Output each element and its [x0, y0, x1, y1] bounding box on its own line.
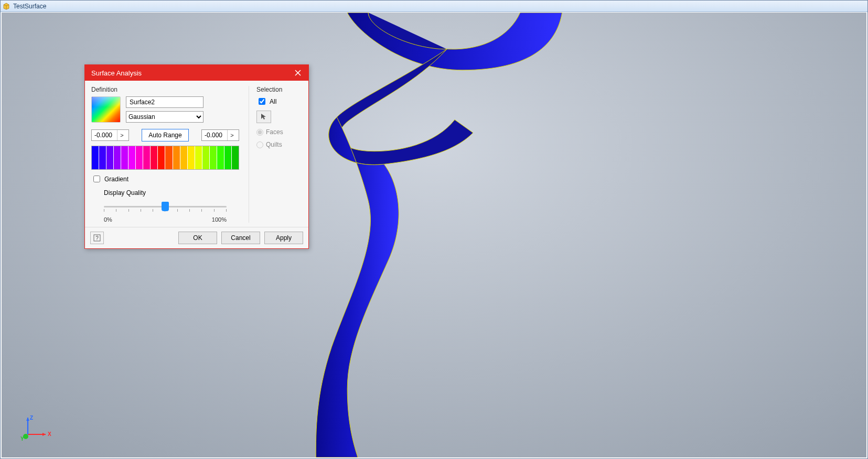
- faces-radio[interactable]: [256, 129, 263, 136]
- analysis-preview-thumb: [91, 96, 121, 123]
- quilts-label: Quilts: [266, 141, 282, 148]
- close-icon: [295, 70, 301, 76]
- color-swatch[interactable]: [210, 146, 217, 169]
- range-min-input[interactable]: [92, 131, 117, 139]
- cancel-button[interactable]: Cancel: [221, 232, 260, 244]
- slider-thumb[interactable]: [162, 202, 169, 211]
- analysis-type-select[interactable]: Gaussian: [126, 111, 203, 123]
- definition-heading: Definition: [91, 86, 239, 93]
- svg-marker-5: [26, 418, 29, 421]
- color-swatch[interactable]: [173, 146, 180, 169]
- help-button[interactable]: ?: [90, 232, 104, 244]
- range-max-spinner[interactable]: >: [201, 129, 239, 141]
- quality-max-label: 100%: [212, 216, 227, 223]
- color-swatch[interactable]: [224, 146, 232, 169]
- app-title: TestSurface: [13, 3, 46, 10]
- color-swatch[interactable]: [92, 146, 99, 169]
- color-scale-bar[interactable]: [91, 146, 239, 170]
- color-swatch[interactable]: [232, 146, 239, 169]
- gradient-label: Gradient: [104, 176, 128, 183]
- svg-marker-3: [42, 433, 46, 436]
- range-max-increment[interactable]: >: [227, 130, 237, 140]
- range-min-spinner[interactable]: >: [91, 129, 129, 141]
- selection-heading: Selection: [256, 86, 302, 93]
- apply-button[interactable]: Apply: [264, 232, 303, 244]
- color-swatch[interactable]: [188, 146, 195, 169]
- help-icon: ?: [93, 234, 101, 242]
- axis-y-label: Y: [20, 436, 24, 442]
- cursor-icon: [260, 113, 267, 121]
- ok-button[interactable]: OK: [178, 232, 217, 244]
- app-titlebar: TestSurface: [1, 1, 867, 12]
- dialog-title: Surface Analysis: [91, 69, 142, 77]
- color-swatch[interactable]: [151, 146, 158, 169]
- color-swatch[interactable]: [217, 146, 224, 169]
- color-swatch[interactable]: [180, 146, 188, 169]
- color-swatch[interactable]: [165, 146, 173, 169]
- display-quality-label: Display Quality: [104, 189, 239, 196]
- faces-label: Faces: [266, 128, 283, 136]
- pick-tool-button[interactable]: [256, 111, 271, 123]
- gradient-checkbox-row[interactable]: Gradient: [91, 174, 239, 184]
- axis-gizmo[interactable]: X Z Y: [20, 416, 52, 442]
- dialog-titlebar[interactable]: Surface Analysis: [85, 65, 308, 81]
- display-quality-slider[interactable]: [104, 202, 227, 215]
- app-icon: [3, 3, 10, 10]
- select-all-label: All: [270, 98, 276, 105]
- quilts-radio[interactable]: [256, 141, 263, 148]
- range-max-input[interactable]: [202, 131, 227, 139]
- select-all-row[interactable]: All: [256, 96, 302, 106]
- color-swatch[interactable]: [136, 146, 143, 169]
- app-window: TestSurface X Z Y: [0, 0, 868, 459]
- faces-radio-row[interactable]: Faces: [256, 128, 302, 136]
- close-button[interactable]: [291, 67, 305, 79]
- auto-range-button[interactable]: Auto Range: [142, 129, 188, 141]
- color-swatch[interactable]: [158, 146, 165, 169]
- range-min-increment[interactable]: >: [117, 130, 126, 140]
- axis-x-label: X: [48, 431, 51, 437]
- color-swatch[interactable]: [114, 146, 121, 169]
- quilts-radio-row[interactable]: Quilts: [256, 141, 302, 148]
- surface-name-input[interactable]: [126, 96, 203, 108]
- color-swatch[interactable]: [106, 146, 114, 169]
- color-swatch[interactable]: [128, 146, 136, 169]
- color-swatch[interactable]: [202, 146, 210, 169]
- color-swatch[interactable]: [121, 146, 128, 169]
- axis-z-label: Z: [30, 416, 33, 421]
- svg-text:?: ?: [95, 235, 99, 241]
- quality-min-label: 0%: [104, 216, 112, 223]
- select-all-checkbox[interactable]: [259, 98, 265, 105]
- gradient-checkbox[interactable]: [93, 176, 100, 182]
- surface-analysis-dialog: Surface Analysis Definition Gaussian: [84, 64, 309, 249]
- color-swatch[interactable]: [99, 146, 106, 169]
- color-swatch[interactable]: [195, 146, 202, 169]
- color-swatch[interactable]: [143, 146, 151, 169]
